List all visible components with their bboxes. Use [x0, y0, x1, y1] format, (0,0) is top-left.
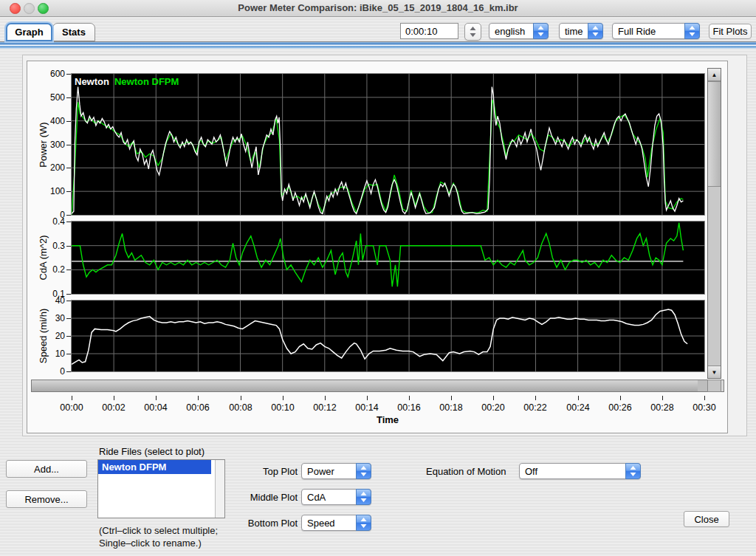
equation-of-motion-popup[interactable]: Off [519, 463, 641, 479]
plots-vertical-scrollbar[interactable]: ▲ ▼ [707, 68, 721, 379]
cda-axis-label: CdA (m^2) [38, 235, 49, 280]
fit-plots-button[interactable]: Fit Plots [709, 24, 752, 39]
app-window: Power Meter Comparison: iBike_05_15_2019… [0, 0, 756, 556]
list-item-newton-dfpm[interactable]: Newton DFPM [98, 460, 211, 474]
stepper-arrows-icon [470, 27, 476, 37]
y-tick-mark [66, 121, 71, 122]
popup-chevrons-icon [533, 23, 549, 39]
tab-graph-label: Graph [15, 27, 43, 38]
y-tick-label: 40 [30, 295, 65, 306]
x-tick-mark [283, 396, 284, 400]
cda-plot[interactable] [71, 221, 705, 295]
vertical-scrollbar-thumb[interactable] [708, 81, 721, 187]
middle-plot-popup[interactable]: CdA [301, 489, 371, 505]
title-bar: Power Meter Comparison: iBike_05_15_2019… [0, 0, 756, 17]
y-tick-mark [66, 294, 71, 295]
window-title: Power Meter Comparison: iBike_05_15_2019… [0, 2, 756, 13]
range-popup-value: Full Ride [618, 26, 656, 37]
speed-plot[interactable] [71, 300, 705, 372]
hint-line-2: Single–click to rename.) [99, 537, 218, 549]
y-tick-mark [66, 270, 71, 270]
ride-files-label: Ride Files (select to plot) [99, 446, 205, 457]
middle-plot-value: CdA [307, 492, 326, 503]
popup-chevrons-icon [684, 23, 700, 39]
x-tick-label: 00:06 [181, 402, 215, 413]
x-tick-label: 00:20 [476, 402, 510, 413]
units-popup-value: english [495, 26, 525, 37]
x-tick-mark [72, 396, 72, 400]
equation-of-motion-value: Off [525, 466, 537, 477]
interval-stepper[interactable] [464, 23, 481, 41]
x-axis-mode-popup[interactable]: time [559, 23, 603, 39]
y-tick-mark [66, 215, 71, 216]
legend-newton: Newton [75, 76, 109, 87]
ride-files-list[interactable]: Newton DFPM [97, 459, 225, 518]
y-tick-mark [66, 168, 71, 168]
legend-newton-dfpm: Newton DFPM [114, 76, 179, 87]
x-tick-mark [367, 396, 368, 400]
bottom-plot-popup[interactable]: Speed [301, 515, 371, 531]
series-newton-dfpm [72, 100, 683, 215]
popup-chevrons-icon [356, 463, 371, 479]
x-tick-label: 00:02 [97, 402, 131, 413]
y-tick-mark [66, 354, 71, 354]
x-tick-mark [493, 396, 494, 400]
interval-field[interactable] [400, 23, 458, 39]
up-arrow-icon: ▲ [712, 72, 718, 78]
y-tick-mark [66, 318, 71, 319]
top-plot-popup[interactable]: Power [301, 463, 371, 479]
series-newton-dfpm [72, 223, 683, 287]
x-tick-mark [156, 396, 157, 400]
scroll-up-button[interactable]: ▲ [708, 69, 721, 81]
power-axis-label: Power (W) [38, 122, 49, 167]
equation-of-motion-label: Equation of Motion [426, 466, 506, 477]
y-tick-label: 0.4 [30, 216, 65, 227]
plots-horizontal-scrollbar[interactable] [31, 380, 724, 392]
y-tick-label: 0 [30, 366, 65, 377]
scroll-down-button[interactable]: ▼ [708, 365, 721, 378]
x-tick-mark [535, 396, 536, 400]
power-plot[interactable] [71, 73, 705, 216]
bottom-plot-label: Bottom Plot [224, 518, 298, 529]
tab-graph[interactable]: Graph [6, 23, 52, 41]
x-tick-label: 00:28 [645, 402, 679, 413]
remove-button[interactable]: Remove... [6, 490, 87, 508]
x-tick-label: 00:12 [308, 402, 342, 413]
legend: Newton Newton DFPM [75, 76, 179, 87]
hint-line-1: (Ctrl–click to select multiple; [99, 524, 218, 537]
x-tick-mark [451, 396, 452, 400]
y-tick-label: 100 [30, 186, 65, 196]
y-tick-mark [66, 246, 71, 247]
tab-stats[interactable]: Stats [52, 23, 95, 41]
series-speed [72, 309, 687, 364]
add-button[interactable]: Add... [6, 460, 87, 478]
close-button[interactable]: Close [684, 511, 729, 527]
x-tick-mark [662, 396, 663, 400]
y-tick-mark [66, 97, 71, 98]
x-tick-mark [114, 396, 114, 400]
x-tick-label: 00:16 [392, 402, 426, 413]
tab-stats-label: Stats [62, 27, 86, 38]
x-tick-label: 00:08 [224, 402, 258, 413]
y-tick-mark [66, 222, 71, 222]
x-tick-mark [620, 396, 621, 400]
y-tick-mark [66, 301, 71, 301]
x-tick-mark [704, 396, 705, 400]
x-tick-mark [409, 396, 410, 400]
y-tick-mark [66, 336, 71, 337]
y-tick-mark [66, 371, 71, 372]
x-tick-label: 00:14 [350, 402, 384, 413]
popup-chevrons-icon [588, 23, 603, 39]
x-tick-label: 00:24 [561, 402, 595, 413]
range-popup[interactable]: Full Ride [612, 23, 700, 39]
x-tick-label: 00:04 [139, 402, 173, 413]
units-popup[interactable]: english [489, 23, 549, 39]
tab-pane-edge [0, 41, 756, 49]
x-tick-mark [578, 396, 579, 400]
x-tick-mark [198, 396, 199, 400]
horizontal-scrollbar-thumb[interactable] [32, 380, 698, 391]
x-tick-label: 00:00 [55, 402, 89, 413]
popup-chevrons-icon [356, 515, 371, 531]
y-tick-label: 500 [30, 92, 65, 103]
x-tick-label: 00:26 [603, 402, 637, 413]
